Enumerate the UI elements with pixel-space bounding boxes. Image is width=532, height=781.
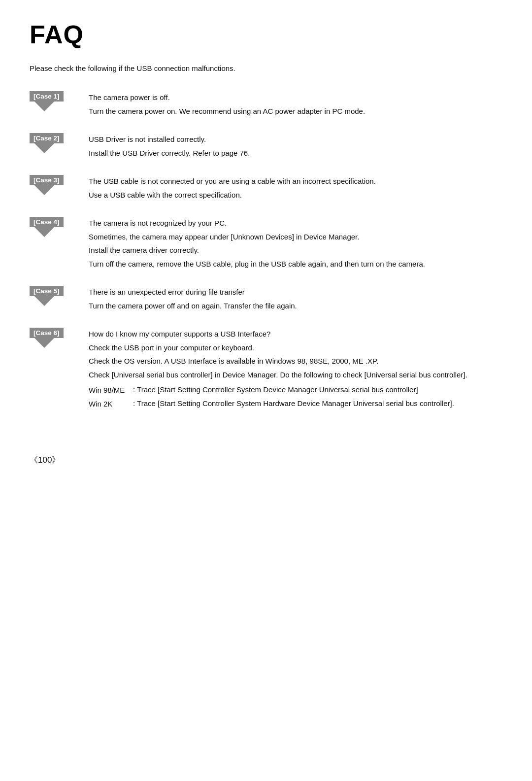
case-label-wrapper-4: [Case 4] — [30, 216, 89, 237]
trace-row-0: Win 98/ME: Trace [Start Setting Controll… — [89, 384, 502, 397]
page-footer: 《100》 — [30, 454, 502, 466]
case-triangle-3 — [34, 185, 54, 195]
case-line: Check the USB port in your computer or k… — [89, 341, 502, 354]
case-content-4: The camera is not recognized by your PC.… — [89, 216, 502, 271]
case-row-4: [Case 4]The camera is not recognized by … — [30, 216, 502, 271]
case-row-5: [Case 5]There is an unexpected error dur… — [30, 285, 502, 313]
trace-row-1: Win 2K: Trace [Start Setting Controller … — [89, 398, 502, 410]
case-label-5: [Case 5] — [30, 286, 64, 296]
case-triangle-1 — [34, 102, 54, 111]
case-label-wrapper-2: [Case 2] — [30, 132, 89, 153]
case-label-3: [Case 3] — [30, 175, 64, 185]
case-label-wrapper-5: [Case 5] — [30, 285, 89, 306]
trace-table-6: Win 98/ME: Trace [Start Setting Controll… — [89, 384, 502, 410]
case-line: Check the OS version. A USB Interface is… — [89, 355, 502, 368]
case-line: Sometimes, the camera may appear under [… — [89, 231, 502, 243]
case-content-1: The camera power is off.Turn the camera … — [89, 90, 502, 118]
case-line: Turn the camera power on. We recommend u… — [89, 105, 502, 118]
case-line: Install the camera driver correctly. — [89, 244, 502, 257]
case-label-wrapper-6: [Case 6] — [30, 327, 89, 348]
trace-os-label: Win 98/ME — [89, 384, 133, 397]
case-triangle-6 — [34, 338, 54, 348]
case-line: The camera is not recognized by your PC. — [89, 217, 502, 230]
case-label-wrapper-1: [Case 1] — [30, 90, 89, 111]
case-line: Use a USB cable with the correct specifi… — [89, 189, 502, 202]
case-row-6: [Case 6]How do I know my computer suppor… — [30, 327, 502, 411]
trace-os-label: Win 2K — [89, 398, 133, 410]
case-line: The USB cable is not connected or you ar… — [89, 175, 502, 188]
cases-container: [Case 1]The camera power is off.Turn the… — [30, 90, 502, 425]
intro-text: Please check the following if the USB co… — [30, 64, 502, 72]
case-content-6: How do I know my computer supports a USB… — [89, 327, 502, 411]
case-content-3: The USB cable is not connected or you ar… — [89, 174, 502, 202]
case-triangle-4 — [34, 227, 54, 237]
case-line: The camera power is off. — [89, 91, 502, 104]
case-content-5: There is an unexpected error during file… — [89, 285, 502, 313]
case-line: Check [Universal serial bus controller] … — [89, 369, 502, 381]
page-title: FAQ — [30, 20, 502, 49]
case-line: There is an unexpected error during file… — [89, 286, 502, 299]
case-line: Turn off the camera, remove the USB cabl… — [89, 258, 502, 271]
case-row-1: [Case 1]The camera power is off.Turn the… — [30, 90, 502, 118]
case-label-wrapper-3: [Case 3] — [30, 174, 89, 195]
case-row-2: [Case 2]USB Driver is not installed corr… — [30, 132, 502, 160]
case-line: Turn the camera power off and on again. … — [89, 300, 502, 312]
trace-path: : Trace [Start Setting Controller System… — [133, 398, 454, 409]
case-label-2: [Case 2] — [30, 133, 64, 143]
case-line: Install the USB Driver correctly. Refer … — [89, 147, 502, 160]
trace-path: : Trace [Start Setting Controller System… — [133, 384, 418, 396]
case-label-1: [Case 1] — [30, 91, 64, 102]
case-triangle-2 — [34, 143, 54, 153]
case-label-6: [Case 6] — [30, 328, 64, 338]
case-label-4: [Case 4] — [30, 217, 64, 227]
case-line: How do I know my computer supports a USB… — [89, 328, 502, 340]
case-line: USB Driver is not installed correctly. — [89, 133, 502, 146]
case-row-3: [Case 3]The USB cable is not connected o… — [30, 174, 502, 202]
case-content-2: USB Driver is not installed correctly.In… — [89, 132, 502, 160]
case-triangle-5 — [34, 296, 54, 306]
